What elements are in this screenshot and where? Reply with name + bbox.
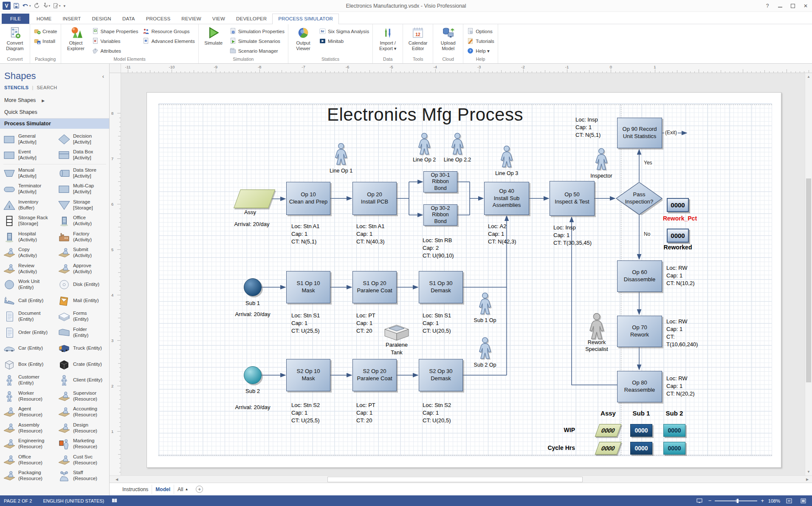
customize-qat-button[interactable]: ▾ [63,4,66,8]
proofing-icon[interactable] [109,498,120,503]
page-indicator[interactable]: PAGE 2 OF 2 [0,498,38,503]
ribbon-button-output-viewer[interactable]: Output Viewer [290,25,316,51]
tab-developer[interactable]: DEVELOPER [231,14,272,24]
sub2-source[interactable] [244,366,262,384]
person-rework-specialist[interactable] [587,313,606,342]
ribbon-button-convert-diagram[interactable]: Convert Diagram [2,25,28,51]
minimize-button[interactable] [774,0,787,11]
scroll-down-icon[interactable]: ▼ [805,468,812,475]
person-inspector[interactable] [594,148,609,172]
person-sub-1-op[interactable] [477,292,493,317]
stencil-item-storage-storage[interactable]: Storage [Storage] [55,197,110,213]
ribbon-button-resource-groups[interactable]: Resource Groups [141,26,196,36]
stencil-item-cust-svc-resource[interactable]: Cust Svc (Resource) [55,452,110,468]
ribbon-button-variables[interactable]: Variables [90,36,140,46]
drawing-canvas[interactable]: Electronics Mfg Process Op 10 Clean and … [121,73,805,475]
tab-process[interactable]: PROCESS [141,14,176,24]
tab-review[interactable]: REVIEW [176,14,207,24]
tab-process-simulator[interactable]: PROCESS SIMULATOR [272,14,339,24]
ribbon-button-six-sigma-analysis[interactable]: 6σSix Sigma Analysis [317,26,371,36]
node-op20[interactable]: Op 20 Install PCB [352,182,397,215]
stencil-item-agent-resource[interactable]: Agent (Resource) [0,404,55,421]
paralene-tank-icon[interactable] [382,324,411,341]
node-op70[interactable]: Op 70 Rework [617,316,662,347]
close-button[interactable]: ✕ [799,0,812,11]
tab-file[interactable]: FILE [2,14,29,24]
table-cell-wip-sub1[interactable]: 0000 [630,424,652,437]
table-cell-cycle-hrs-sub2[interactable]: 0000 [663,442,685,455]
node-s2op30[interactable]: S2 Op 30 Demask [419,359,463,391]
stencil-item-inventory-buffer[interactable]: IInventory (Buffer) [0,197,55,213]
zoom-out-button[interactable]: − [708,498,712,503]
stencil-item-forms-entity[interactable]: Forms (Entity) [55,309,110,325]
ribbon-button-minitab[interactable]: Minitab [317,36,371,46]
page-tab-instructions[interactable]: Instructions [119,485,152,494]
stencil-item-multi-cap-activity[interactable]: Multi-Cap [Activity] [55,181,110,198]
horizontal-scrollbar[interactable]: ◀ ▶ [110,475,812,483]
page-list-button[interactable]: All▲ [174,485,192,494]
person-line-op-1[interactable] [333,143,349,167]
language-indicator[interactable]: ENGLISH (UNITED STATES) [38,498,109,503]
sub1-source[interactable] [244,278,262,296]
stencil-item-worker-resource[interactable]: Worker (Resource) [0,388,55,404]
annotate-button[interactable]: ▾ [53,3,61,9]
stencil-item-design-resource[interactable]: Design (Resource) [55,420,110,436]
data-box-reworked[interactable]: 0000 [667,229,689,243]
scroll-left-icon[interactable]: ◀ [113,476,121,483]
ribbon-button-tutorials[interactable]: Tutorials [465,36,496,46]
node-op50[interactable]: Op 50 Inspect & Test [550,181,595,216]
zoom-slider-thumb[interactable] [737,499,739,503]
stencil-item-order-entity[interactable]: Order (Entity) [0,325,55,341]
ribbon-button-upload-model[interactable]: Upload Model [435,25,461,51]
ribbon-button-calendar-editor[interactable]: 12Calendar Editor [405,25,431,51]
ribbon-button-create[interactable]: Create [32,26,59,36]
table-cell-wip-assy[interactable]: 0000 [595,424,622,437]
stencil-item-packaging-resource[interactable]: Packaging (Resource) [0,468,55,484]
maximize-button[interactable] [787,0,799,11]
active-stencil-process-simulator[interactable]: Process Simulator [0,118,109,129]
stencil-item-submit-activity[interactable]: Submit (Activity) [55,245,110,261]
stencil-item-client-entity[interactable]: Client (Entity) [55,373,110,389]
ribbon-button-object-explorer[interactable]: Object Explorer [63,25,89,51]
stencil-item-copy-activity[interactable]: Copy (Activity) [0,245,55,261]
drawing-page[interactable]: Electronics Mfg Process Op 10 Clean and … [147,92,781,468]
save-button[interactable] [13,3,20,9]
ribbon-button-attributes[interactable]: Attributes [90,46,140,56]
person-line-op-3[interactable] [499,145,514,170]
node-op60[interactable]: Op 60 Disassemble [617,260,662,292]
ribbon-button-scenario-manager[interactable]: Scenario Manager [228,46,286,56]
undo-button[interactable]: ▾ [22,3,31,9]
quick-shapes-item[interactable]: Quick Shapes [0,106,109,118]
data-box-rework-pct[interactable]: 0000 [667,198,689,212]
ribbon-button-simulation-properties[interactable]: Simulation Properties [228,26,286,36]
help-button[interactable]: ? [761,0,774,11]
node-s1op20[interactable]: S1 Op 20 Paralene Coat [352,271,397,303]
ribbon-button-simulate-scenarios[interactable]: Simulate Scenarios [228,36,286,46]
stencil-item-review-activity[interactable]: Review (Activity) [0,261,55,277]
ribbon-button-options[interactable]: Options [465,26,496,36]
tab-data[interactable]: DATA [117,14,141,24]
stencil-item-box-entity[interactable]: Box (Entity) [0,356,55,373]
stencil-item-car-entity[interactable]: Car (Entity) [0,341,55,357]
stencils-tab[interactable]: STENCILS [4,85,29,90]
search-tab[interactable]: SEARCH [37,85,57,90]
node-op30-1[interactable]: Op 30-1 Ribbon Bond [423,171,457,192]
node-op10[interactable]: Op 10 Clean and Prep [286,182,330,215]
table-cell-cycle-hrs-sub1[interactable]: 0000 [630,442,652,455]
ribbon-button-advanced-elements[interactable]: Advanced Elements [141,36,196,46]
scroll-up-icon[interactable]: ▲ [805,73,812,80]
stencil-item-office-activity[interactable]: Office (Activity) [55,213,110,229]
redo-button[interactable] [34,3,40,9]
stencil-item-engineering-resource[interactable]: Engineering (Resource) [0,436,55,452]
zoom-in-button[interactable]: + [761,498,764,503]
stencil-item-event-activity[interactable]: Event [Activity] [0,147,55,164]
node-s2op10[interactable]: S2 Op 10 Mask [286,359,330,391]
ribbon-button-install[interactable]: Install [32,36,59,46]
new-page-button[interactable]: + [196,486,203,493]
tab-design[interactable]: DESIGN [87,14,117,24]
node-op90[interactable]: Op 90 Record Unit Statistics [617,118,662,148]
person-line-op-2-2[interactable] [450,133,465,157]
tab-home[interactable]: HOME [31,14,57,24]
fullscreen-icon[interactable] [798,498,809,503]
stencil-item-general-activity[interactable]: General [Activity] [0,131,55,147]
